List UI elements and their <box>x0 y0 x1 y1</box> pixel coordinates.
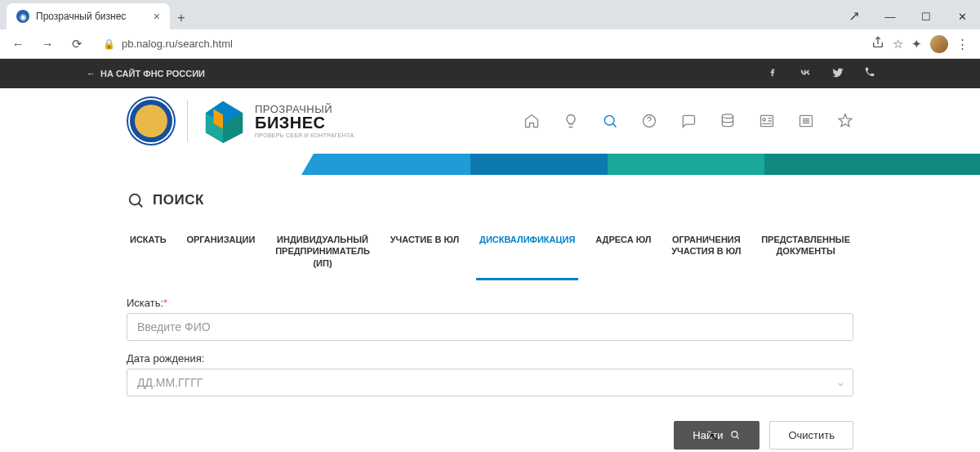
svg-point-8 <box>763 119 765 121</box>
vk-icon[interactable] <box>798 66 813 81</box>
tab-restrictions[interactable]: ОГРАНИЧЕНИЯ УЧАСТИЯ В ЮЛ <box>668 229 744 279</box>
window-minimize[interactable] <box>836 3 872 29</box>
tab-documents[interactable]: ПРЕДСТАВЛЕННЫЕ ДОКУМЕНТЫ <box>758 229 853 279</box>
nav-star-icon[interactable] <box>837 113 853 129</box>
share-icon[interactable] <box>871 36 884 51</box>
menu-icon[interactable]: ⋮ <box>956 37 969 51</box>
clear-label: Очистить <box>788 429 835 441</box>
clear-button[interactable]: Очистить <box>769 421 853 450</box>
nav-home-icon[interactable] <box>523 113 540 129</box>
search-title: ПОИСК <box>153 192 204 208</box>
search-tabs: ИСКАТЬ ОРГАНИЗАЦИИ ИНДИВИДУАЛЬНЫЙ ПРЕДПР… <box>127 229 853 279</box>
url-field[interactable]: 🔒 pb.nalog.ru/search.html <box>95 33 865 56</box>
favicon: ◉ <box>16 10 29 23</box>
nav-idea-icon[interactable] <box>563 113 579 129</box>
address-bar: ← → ⟳ 🔒 pb.nalog.ru/search.html ☆ ✦ ⋮ <box>0 29 980 59</box>
twitter-icon[interactable] <box>832 66 844 81</box>
window-minimize-btn[interactable]: ― <box>872 3 908 29</box>
dob-input[interactable] <box>127 369 853 396</box>
browser-tab[interactable]: ◉ Прозрачный бизнес × <box>7 3 170 29</box>
search-heading: ПОИСК <box>127 191 853 209</box>
dob-label: Дата рождения: <box>127 352 853 365</box>
tab-ip[interactable]: ИНДИВИДУАЛЬНЫЙ ПРЕДПРИНИМАТЕЛЬ (ИП) <box>272 229 373 279</box>
arrow-left-icon: ← <box>87 69 96 78</box>
facebook-icon[interactable] <box>767 66 778 81</box>
window-close-btn[interactable]: ✕ <box>944 3 980 29</box>
fio-label: Искать:* <box>127 297 853 309</box>
phone-icon[interactable] <box>864 66 875 81</box>
back-link-label: НА САЙТ ФНС РОССИИ <box>100 69 205 78</box>
nav-chat-icon[interactable] <box>680 113 697 129</box>
pb-mark-icon <box>199 97 247 145</box>
nav-help-icon[interactable] <box>641 113 657 129</box>
fns-emblem <box>127 96 176 145</box>
svg-point-6 <box>722 114 733 119</box>
tab-disqualification[interactable]: ДИСКВАЛИФИКАЦИЯ <box>476 229 578 279</box>
bookmark-star-icon[interactable]: ☆ <box>893 37 903 51</box>
profile-avatar[interactable] <box>930 35 948 53</box>
lock-icon: 🔒 <box>103 38 115 50</box>
svg-point-4 <box>604 115 614 125</box>
pb-logo: ПРОЗРАЧНЫЙ БИЗНЕС ПРОВЕРЬ СЕБЯ И КОНТРАГ… <box>199 97 354 145</box>
svg-point-10 <box>130 195 140 205</box>
browser-tab-strip: ◉ Прозрачный бизнес × + ― ☐ ✕ <box>0 0 980 29</box>
color-banner <box>0 154 980 175</box>
logos[interactable]: ПРОЗРАЧНЫЙ БИЗНЕС ПРОВЕРЬ СЕБЯ И КОНТРАГ… <box>127 96 354 145</box>
logo-line3: ПРОВЕРЬ СЕБЯ И КОНТРАГЕНТА <box>255 132 354 138</box>
fio-input[interactable] <box>127 313 853 341</box>
header: ПРОЗРАЧНЫЙ БИЗНЕС ПРОВЕРЬ СЕБЯ И КОНТРАГ… <box>0 88 980 154</box>
divider <box>187 101 188 141</box>
tab-organizations[interactable]: ОРГАНИЗАЦИИ <box>183 229 258 279</box>
svg-point-11 <box>732 432 737 437</box>
tab-participation[interactable]: УЧАСТИЕ В ЮЛ <box>387 229 463 279</box>
url-text: pb.nalog.ru/search.html <box>122 38 233 50</box>
tab-close-icon[interactable]: × <box>154 10 160 23</box>
search-submit-button[interactable]: Найти ↖ <box>674 421 760 450</box>
reload-button[interactable]: ⟳ <box>65 33 88 56</box>
tab-search[interactable]: ИСКАТЬ <box>127 229 170 279</box>
window-maximize-btn[interactable]: ☐ <box>908 3 944 29</box>
new-tab-button[interactable]: + <box>170 7 193 29</box>
logo-line2: БИЗНЕС <box>255 114 354 131</box>
forward-button[interactable]: → <box>36 33 59 56</box>
extensions-icon[interactable]: ✦ <box>911 37 922 51</box>
submit-label: Найти <box>693 429 723 441</box>
topbar: ← НА САЙТ ФНС РОССИИ <box>0 59 980 88</box>
tab-addresses[interactable]: АДРЕСА ЮЛ <box>592 229 654 279</box>
fns-site-link[interactable]: ← НА САЙТ ФНС РОССИИ <box>72 69 205 78</box>
nav-db-icon[interactable] <box>719 113 736 129</box>
nav-card-icon[interactable] <box>759 113 775 129</box>
nav-search-icon[interactable] <box>602 113 618 129</box>
nav-list-icon[interactable] <box>798 113 814 129</box>
tab-title: Прозрачный бизнес <box>36 11 147 22</box>
back-button[interactable]: ← <box>7 33 29 56</box>
